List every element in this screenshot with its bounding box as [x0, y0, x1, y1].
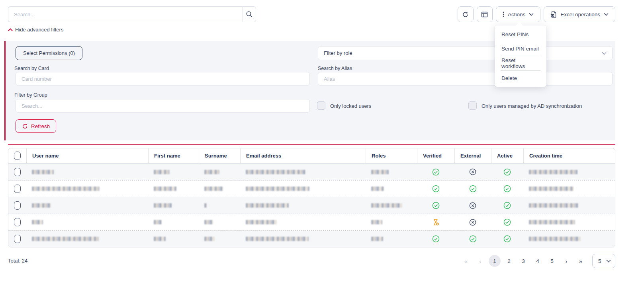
- page-size-select[interactable]: 5: [592, 254, 615, 268]
- row-checkbox[interactable]: [14, 218, 21, 226]
- x-circle-icon: [469, 219, 476, 226]
- column-header-verified[interactable]: Verified: [417, 148, 454, 163]
- refresh-icon: [462, 11, 469, 18]
- redacted-surname: [204, 170, 219, 174]
- search-by-card-label: Search by Card: [14, 66, 49, 71]
- hide-filters-label: Hide advanced filters: [15, 27, 63, 33]
- page-button-4[interactable]: 4: [532, 255, 544, 267]
- search-button[interactable]: [243, 6, 256, 22]
- column-header-firstname[interactable]: First name: [148, 148, 199, 163]
- hourglass-icon: [432, 218, 440, 226]
- refresh-icon: [22, 123, 28, 129]
- check-circle-icon: [503, 168, 511, 176]
- column-header-email[interactable]: Email address: [240, 148, 366, 163]
- redacted-surname: [204, 237, 215, 241]
- actions-button[interactable]: Actions: [496, 6, 540, 22]
- redacted-firstname: [154, 220, 162, 224]
- filters-divider-line: [8, 144, 615, 145]
- redacted-firstname: [154, 203, 172, 208]
- row-checkbox[interactable]: [14, 168, 21, 176]
- filter-by-group-label: Filter by Group: [14, 92, 47, 98]
- refresh-button-label: Refresh: [31, 123, 50, 129]
- only-ad-sync-checkbox[interactable]: [468, 101, 477, 110]
- toolbar-right: Actions Excel operations: [458, 6, 615, 22]
- redacted-username: [32, 237, 99, 241]
- alias-input[interactable]: [318, 72, 613, 86]
- group-search-input[interactable]: [16, 99, 310, 113]
- users-table: User name First name Surname Email addre…: [8, 148, 615, 247]
- table-row: [8, 214, 615, 230]
- menu-item-reset-pins[interactable]: Reset PINs: [495, 27, 546, 41]
- chevron-up-icon: [8, 28, 13, 31]
- redacted-creation-time: [529, 220, 575, 224]
- redacted-email: [246, 203, 289, 208]
- filter-by-role-select[interactable]: Filter by role: [318, 46, 613, 60]
- refresh-table-button[interactable]: [458, 6, 474, 22]
- page-button-5[interactable]: 5: [546, 255, 558, 267]
- column-header-roles[interactable]: Roles: [366, 148, 417, 163]
- check-circle-icon: [432, 168, 440, 176]
- table-row: [8, 230, 615, 247]
- search-input[interactable]: [8, 6, 243, 22]
- page-size-value: 5: [598, 258, 601, 264]
- menu-item-send-pin-email[interactable]: Send PIN email: [495, 41, 546, 56]
- search-icon: [246, 11, 253, 18]
- redacted-roles: [371, 170, 389, 174]
- column-header-username[interactable]: User name: [26, 148, 148, 163]
- pagination: « ‹ 1 2 3 4 5 › » 5: [460, 254, 615, 268]
- hide-advanced-filters-toggle[interactable]: Hide advanced filters: [8, 27, 63, 33]
- first-page-button[interactable]: «: [460, 255, 472, 267]
- role-select-placeholder: Filter by role: [324, 50, 352, 56]
- redacted-username: [32, 203, 51, 208]
- table-row: [8, 163, 615, 180]
- refresh-filters-button[interactable]: Refresh: [16, 119, 56, 133]
- page-button-1[interactable]: 1: [489, 255, 501, 267]
- next-page-button[interactable]: ›: [560, 255, 572, 267]
- chevron-down-icon: [606, 259, 611, 263]
- page-button-2[interactable]: 2: [503, 255, 515, 267]
- only-locked-users-checkbox[interactable]: [317, 101, 325, 110]
- chevron-down-icon: [604, 13, 609, 16]
- page-button-3[interactable]: 3: [517, 255, 529, 267]
- redacted-username: [32, 220, 43, 224]
- table-row: [8, 197, 615, 214]
- search-by-alias-label: Search by Alias: [318, 66, 352, 71]
- check-circle-icon: [503, 218, 511, 226]
- column-header-surname[interactable]: Surname: [199, 148, 240, 163]
- check-circle-icon: [469, 235, 477, 243]
- column-header-creation-time[interactable]: Creation time: [523, 148, 615, 163]
- last-page-button[interactable]: »: [575, 255, 587, 267]
- table-header-row: User name First name Surname Email addre…: [8, 148, 615, 163]
- redacted-surname: [204, 203, 207, 208]
- row-checkbox[interactable]: [14, 201, 21, 210]
- redacted-username: [32, 170, 54, 174]
- column-settings-button[interactable]: [477, 6, 493, 22]
- menu-item-reset-workflows[interactable]: Reset workflows: [495, 56, 546, 70]
- excel-file-icon: [550, 11, 557, 18]
- redacted-roles: [371, 203, 402, 208]
- actions-dropdown-menu: Reset PINs Send PIN email Reset workflow…: [495, 25, 546, 87]
- table-body: [8, 163, 615, 247]
- menu-item-delete[interactable]: Delete: [495, 71, 546, 85]
- kebab-icon: [503, 12, 504, 17]
- excel-operations-button[interactable]: Excel operations: [544, 6, 615, 22]
- select-permissions-button[interactable]: Select Permissions (0): [16, 46, 82, 60]
- prev-page-button[interactable]: ‹: [474, 255, 486, 267]
- column-header-external[interactable]: External: [454, 148, 491, 163]
- select-all-checkbox[interactable]: [14, 152, 21, 160]
- redacted-surname: [204, 220, 213, 224]
- check-circle-icon: [432, 235, 440, 243]
- redacted-email: [246, 170, 305, 174]
- redacted-email: [246, 187, 309, 191]
- row-checkbox[interactable]: [14, 185, 21, 193]
- redacted-firstname: [154, 237, 166, 241]
- row-checkbox[interactable]: [14, 235, 21, 243]
- x-circle-icon: [469, 202, 476, 209]
- check-circle-icon: [503, 235, 511, 243]
- redacted-username: [32, 187, 100, 191]
- redacted-roles: [371, 220, 382, 224]
- column-header-active[interactable]: Active: [491, 148, 523, 163]
- total-count: Total: 24: [8, 258, 27, 264]
- redacted-creation-time: [529, 237, 581, 241]
- card-number-input[interactable]: [16, 72, 310, 86]
